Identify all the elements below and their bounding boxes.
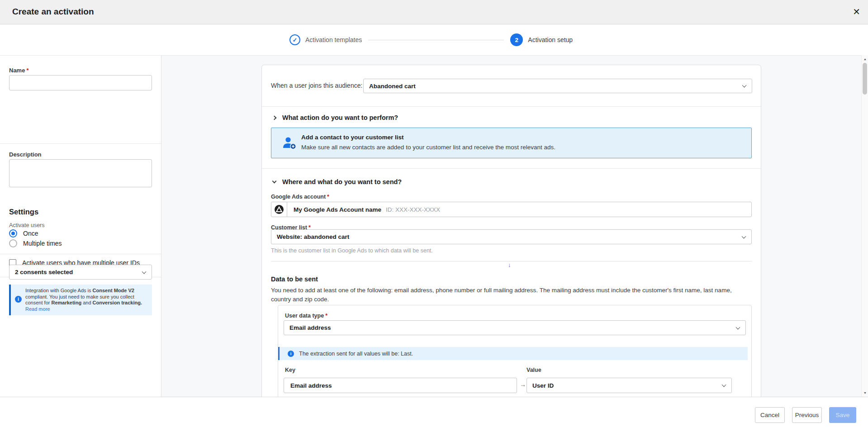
google-ads-icon-cell	[271, 202, 287, 217]
arrow-right-icon: →	[520, 381, 526, 388]
activation-setup-card: When a user joins this audience: Abandon…	[261, 65, 761, 397]
google-ads-icon	[275, 205, 284, 214]
scrollbar-up-icon[interactable]: ▲	[862, 57, 868, 61]
action-card-title: Add a contact to your customer list	[301, 134, 404, 141]
action-section-title: What action do you want to perform?	[282, 114, 398, 121]
modal-footer: Cancel Previous Save	[0, 397, 868, 432]
note-bold: Consent Mode V2	[93, 288, 134, 293]
divider	[262, 106, 761, 107]
scrollbar-thumb[interactable]	[863, 63, 867, 95]
extraction-note-text: The extraction sent for all values will …	[299, 351, 413, 357]
stepper: ✓ Activation templates 2 Activation setu…	[289, 24, 573, 55]
create-activation-modal: Create an activation ✕ ✓ Activation temp…	[0, 0, 868, 432]
divider	[262, 168, 761, 169]
required-marker: *	[327, 194, 329, 200]
radio-label: Multiple times	[23, 240, 62, 247]
value-column-header: Value	[526, 367, 541, 373]
activate-users-label: Activate users	[9, 222, 45, 228]
read-more-link[interactable]: Read more	[25, 306, 148, 313]
step-label: Activation setup	[528, 36, 573, 43]
note-text: and	[81, 300, 92, 305]
radio-once[interactable]: Once	[9, 229, 38, 237]
arrow-down-icon: ↓	[508, 261, 511, 268]
audience-dropdown-value: Abandoned cart	[369, 83, 416, 90]
add-contact-icon	[282, 136, 297, 151]
key-column-header: Key	[285, 367, 295, 373]
audience-dropdown[interactable]: Abandoned cart	[363, 79, 752, 93]
step-label: Activation templates	[305, 36, 362, 43]
settings-heading: Settings	[9, 208, 38, 216]
customer-list-dropdown[interactable]: Website: abandoned cart	[271, 229, 752, 244]
chevron-down-icon	[142, 269, 147, 274]
chevron-down-icon	[736, 325, 740, 329]
chevron-down-icon	[272, 179, 277, 184]
radio-unselected-icon	[9, 239, 17, 247]
mapping-key-value: Email address	[290, 382, 332, 389]
modal-header: Create an activation ✕	[0, 0, 868, 24]
description-input[interactable]	[9, 159, 152, 187]
radio-multiple-times[interactable]: Multiple times	[9, 239, 62, 247]
main-panel: When a user joins this audience: Abandon…	[161, 55, 861, 397]
consents-dropdown-value: 2 consents selected	[15, 269, 73, 275]
cancel-button[interactable]: Cancel	[755, 407, 785, 423]
step-activation-templates[interactable]: ✓ Activation templates	[289, 34, 362, 45]
action-summary-card: Add a contact to your customer list Make…	[271, 128, 752, 158]
mapping-value: User ID	[532, 382, 554, 389]
name-input[interactable]	[9, 75, 152, 90]
audience-label: When a user joins this audience:	[271, 82, 362, 89]
chevron-down-icon	[742, 83, 747, 88]
consents-dropdown[interactable]: 2 consents selected	[9, 265, 152, 280]
google-ads-account-id: ID: XXX-XXX-XXXX	[386, 206, 440, 213]
user-data-type-label: User data type*	[285, 313, 327, 319]
flow-divider	[271, 261, 752, 261]
sidebar: Name* Description Settings Activate user…	[0, 55, 161, 397]
mapping-value-dropdown[interactable]: User ID	[526, 378, 732, 393]
extraction-note: i The extraction sent for all values wil…	[278, 347, 748, 360]
required-marker: *	[325, 313, 327, 319]
previous-button[interactable]: Previous	[792, 407, 822, 423]
note-text: Integration with Google Ads is	[25, 288, 93, 293]
user-data-type-dropdown[interactable]: Email address	[284, 320, 746, 335]
send-section-header[interactable]: Where and what do you want to send?	[273, 178, 402, 185]
radio-selected-icon	[9, 229, 17, 237]
chevron-down-icon	[722, 383, 726, 387]
step-number-badge: 2	[510, 33, 523, 46]
mapping-key-field: Email address	[284, 378, 517, 393]
scrollbar-down-icon[interactable]: ▼	[862, 391, 868, 394]
action-section-header[interactable]: What action do you want to perform?	[273, 114, 398, 121]
note-bold: Remarketing	[51, 300, 81, 305]
stepper-connector	[368, 40, 504, 40]
info-icon: i	[288, 351, 294, 357]
customer-list-helper: This is the customer list in Google Ads …	[271, 247, 433, 254]
step-activation-setup[interactable]: 2 Activation setup	[510, 33, 573, 46]
google-ads-account-label: Google Ads account*	[271, 194, 329, 200]
scrollbar[interactable]: ▲ ▼	[861, 55, 868, 397]
info-icon: i	[15, 296, 22, 303]
note-bold: Conversion tracking.	[93, 300, 142, 305]
data-section-description: You need to add at least one of the foll…	[271, 286, 749, 304]
send-section-title: Where and what do you want to send?	[282, 178, 402, 185]
chevron-right-icon	[272, 116, 277, 120]
required-marker: *	[26, 67, 28, 74]
divider	[0, 254, 161, 254]
data-section-title: Data to be sent	[271, 275, 318, 283]
google-ads-account-field[interactable]: My Google Ads Account name ID: XXX-XXX-X…	[271, 202, 752, 217]
google-ads-account-name: My Google Ads Account name	[294, 206, 381, 213]
check-icon: ✓	[289, 34, 300, 45]
customer-list-dropdown-value: Website: abandoned cart	[277, 233, 349, 240]
action-card-description: Make sure all new contacts are added to …	[301, 144, 555, 151]
chevron-down-icon	[742, 234, 746, 238]
radio-label: Once	[23, 230, 38, 237]
modal-title: Create an activation	[12, 7, 94, 17]
save-button[interactable]: Save	[829, 407, 856, 423]
user-data-type-value: Email address	[289, 324, 331, 331]
user-data-box: User data type* Email address i The extr…	[278, 305, 752, 397]
divider	[0, 143, 161, 144]
consent-mode-note: i Integration with Google Ads is Consent…	[9, 285, 152, 315]
name-label: Name*	[9, 67, 28, 74]
description-label: Description	[9, 151, 42, 158]
close-icon[interactable]: ✕	[853, 6, 860, 17]
